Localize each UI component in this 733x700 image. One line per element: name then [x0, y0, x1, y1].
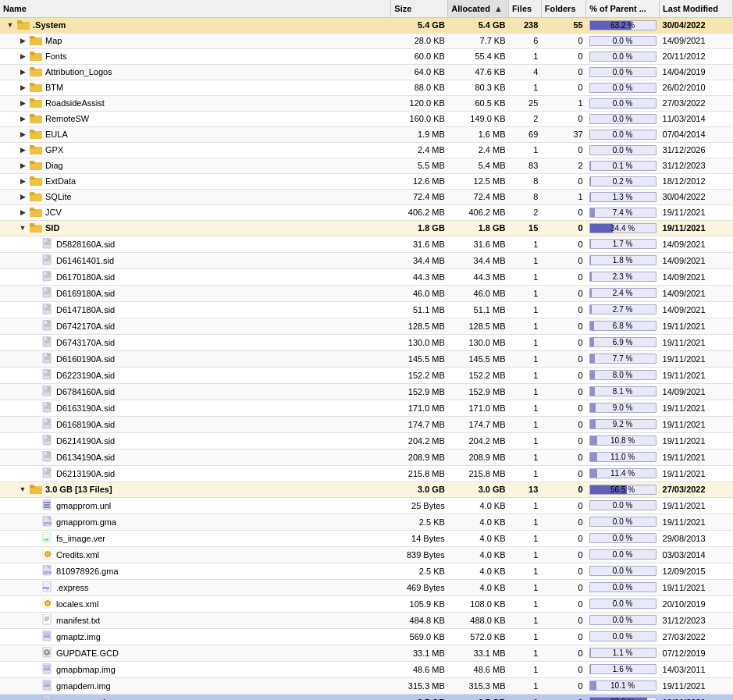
- table-row[interactable]: ▼ SID 1.8 GB 1.8 GB 15 0 34.4 % 19/11/20…: [0, 220, 733, 236]
- table-row[interactable]: ▶ RoadsideAssist 120.0 KB 60.5 KB 25 1 0…: [0, 95, 733, 111]
- cell-files: 83: [509, 158, 542, 173]
- file-icon: [42, 238, 53, 251]
- table-row[interactable]: ▼ 3.0 GB [13 Files] 3.0 GB 3.0 GB 13 0 5…: [0, 481, 733, 497]
- table-row[interactable]: D6213190A.sid 215.8 MB 215.8 MB 1 0 11.4…: [0, 465, 733, 481]
- pct-label: 0.2 %: [590, 177, 656, 186]
- table-row[interactable]: gmapbmap.img 48.6 MB 48.6 MB 1 0 1.6 % 1…: [0, 661, 733, 677]
- table-row[interactable]: D6743170A.sid 130.0 MB 130.0 MB 1 0 6.9 …: [0, 334, 733, 350]
- file-icon: [42, 614, 53, 627]
- table-row[interactable]: ▶ Diag 5.5 MB 5.4 MB 83 2 0.1 % 31/12/20…: [0, 158, 733, 173]
- cell-modified: 12/09/2015: [660, 563, 733, 579]
- cell-pct: 0.0 %: [586, 513, 660, 530]
- expand-btn[interactable]: ▶: [17, 82, 28, 93]
- col-header-folders[interactable]: Folders: [541, 0, 585, 17]
- table-row[interactable]: gma gmapprom.gma 2.5 KB 4.0 KB 1 0 0.0 %…: [0, 513, 733, 530]
- table-row[interactable]: D6163190A.sid 171.0 MB 171.0 MB 1 0 9.0 …: [0, 400, 733, 416]
- table-row[interactable]: gma 810978926.gma 2.5 KB 4.0 KB 1 0 0.0 …: [0, 563, 733, 579]
- col-header-allocated[interactable]: Allocated ▲: [448, 0, 509, 17]
- cell-folders: 0: [541, 33, 585, 48]
- table-row[interactable]: ver fs_image.ver 14 Bytes 4.0 KB 1 0 0.0…: [0, 530, 733, 546]
- table-row[interactable]: exp .express 469 Bytes 4.0 KB 1 0 0.0 % …: [0, 579, 733, 595]
- file-icon: [30, 98, 42, 109]
- file-icon: [42, 549, 53, 561]
- pct-label: 1.3 %: [590, 193, 656, 201]
- table-row[interactable]: ▶ BTM 88.0 KB 80.3 KB 1 0 0.0 % 26/02/20…: [0, 80, 733, 95]
- cell-allocated: 204.2 MB: [448, 432, 509, 449]
- expand-btn[interactable]: ▶: [17, 160, 28, 171]
- table-row[interactable]: ▶ RemoteSW 160.0 KB 149.0 KB 2 0 0.0 % 1…: [0, 111, 733, 126]
- table-row[interactable]: manifest.txt 484.8 KB 488.0 KB 1 0 0.0 %…: [0, 612, 733, 628]
- table-row[interactable]: gmapprom.img 2.7 GB 2.7 GB 1 0 87.2 % 19…: [0, 694, 733, 700]
- cell-allocated: 174.7 MB: [448, 416, 509, 432]
- table-row[interactable]: ▶ EULA 1.9 MB 1.6 MB 69 37 0.0 % 07/04/2…: [0, 126, 733, 142]
- expand-btn[interactable]: ▼: [17, 222, 28, 233]
- pct-bar-container: 7.4 %: [589, 208, 656, 218]
- expand-btn[interactable]: ▶: [17, 98, 28, 108]
- table-row[interactable]: ▶ JCV 406.2 MB 406.2 MB 2 0 7.4 % 19/11/…: [0, 204, 733, 220]
- table-row[interactable]: ▶ Fonts 60.0 KB 55.4 KB 1 0 0.0 % 20/11/…: [0, 48, 733, 64]
- table-row[interactable]: D6168190A.sid 174.7 MB 174.7 MB 1 0 9.2 …: [0, 416, 733, 432]
- cell-folders: 0: [541, 236, 585, 252]
- table-row[interactable]: ▶ SQLite 72.4 MB 72.4 MB 8 1 1.3 % 30/04…: [0, 189, 733, 204]
- cell-folders: 0: [541, 530, 585, 546]
- expand-btn[interactable]: ▶: [17, 51, 28, 62]
- cell-pct: 11.0 %: [586, 449, 660, 465]
- table-row[interactable]: ▶ GPX 2.4 MB 2.4 MB 1 0 0.0 % 31/12/2026: [0, 142, 733, 158]
- expand-btn[interactable]: ▶: [17, 113, 28, 124]
- expand-btn[interactable]: ▶: [17, 191, 28, 202]
- col-header-modified[interactable]: Last Modified: [660, 0, 733, 17]
- expand-btn[interactable]: ▶: [17, 35, 28, 46]
- table-row[interactable]: D5828160A.sid 31.6 MB 31.6 MB 1 0 1.7 % …: [0, 236, 733, 252]
- cell-name: ▶ Attribution_Logos: [0, 64, 391, 80]
- expand-btn[interactable]: ▼: [17, 484, 28, 495]
- col-header-pct[interactable]: % of Parent ...: [586, 0, 660, 17]
- table-row[interactable]: gmapprom.unl 25 Bytes 4.0 KB 1 0 0.0 % 1…: [0, 497, 733, 513]
- cell-allocated: 2.4 MB: [448, 142, 509, 158]
- svg-rect-35: [30, 192, 34, 194]
- pct-bar-container: 8.0 %: [589, 370, 656, 380]
- expand-btn[interactable]: ▶: [17, 144, 28, 155]
- table-row[interactable]: D6160190A.sid 145.5 MB 145.5 MB 1 0 7.7 …: [0, 350, 733, 367]
- table-row[interactable]: D6147180A.sid 51.1 MB 51.1 MB 1 0 2.7 % …: [0, 301, 733, 318]
- file-icon: [30, 207, 42, 219]
- cell-files: 8: [509, 173, 542, 189]
- table-row[interactable]: D6784160A.sid 152.9 MB 152.9 MB 1 0 8.1 …: [0, 383, 733, 400]
- col-header-name[interactable]: Name: [0, 0, 391, 17]
- table-row[interactable]: GC GUPDATE.GCD 33.1 MB 33.1 MB 1 0 1.1 %…: [0, 645, 733, 661]
- cell-allocated: 1.6 MB: [448, 126, 509, 142]
- table-row[interactable]: locales.xml 105.9 KB 108.0 KB 1 0 0.0 % …: [0, 595, 733, 612]
- pct-bar-container: 1.7 %: [589, 239, 656, 249]
- cell-size: 60.0 KB: [391, 48, 448, 64]
- table-row[interactable]: D6134190A.sid 208.9 MB 208.9 MB 1 0 11.0…: [0, 449, 733, 465]
- table-row[interactable]: ▼ .System 5.4 GB 5.4 GB 238 55 63.2 % 30…: [0, 17, 733, 33]
- table-row[interactable]: D6742170A.sid 128.5 MB 128.5 MB 1 0 6.8 …: [0, 318, 733, 334]
- table-row[interactable]: D6170180A.sid 44.3 MB 44.3 MB 1 0 2.3 % …: [0, 268, 733, 285]
- table-row[interactable]: gmapdem.img 315.3 MB 315.3 MB 1 0 10.1 %…: [0, 677, 733, 694]
- table-row[interactable]: ▶ ExtData 12.6 MB 12.5 MB 8 0 0.2 % 18/1…: [0, 173, 733, 189]
- cell-name: gma 810978926.gma: [0, 563, 391, 579]
- col-header-size[interactable]: Size: [391, 0, 448, 17]
- cell-size: 105.9 KB: [391, 595, 448, 612]
- expand-btn[interactable]: ▶: [17, 207, 28, 218]
- table-row[interactable]: ▶ Attribution_Logos 64.0 KB 47.6 KB 4 0 …: [0, 64, 733, 80]
- table-row[interactable]: ▶ Map 28.0 KB 7.7 KB 6 0 0.0 % 14/09/202…: [0, 33, 733, 48]
- cell-name: D6784160A.sid: [0, 383, 391, 400]
- table-row[interactable]: D61461401.sid 34.4 MB 34.4 MB 1 0 1.8 % …: [0, 252, 733, 268]
- cell-modified: 19/11/2021: [660, 350, 733, 367]
- expand-btn[interactable]: ▶: [17, 129, 28, 140]
- table-row[interactable]: D6223190A.sid 152.2 MB 152.2 MB 1 0 8.0 …: [0, 367, 733, 383]
- table-row[interactable]: Credits.xml 839 Bytes 4.0 KB 1 0 0.0 % 0…: [0, 546, 733, 563]
- table-row[interactable]: D6214190A.sid 204.2 MB 204.2 MB 1 0 10.8…: [0, 432, 733, 449]
- expand-btn[interactable]: ▼: [5, 20, 16, 30]
- expand-btn[interactable]: ▶: [17, 176, 28, 187]
- file-name: D5828160A.sid: [56, 240, 115, 249]
- col-header-files[interactable]: Files: [509, 0, 542, 17]
- pct-bar-container: 63.2 %: [589, 20, 656, 30]
- file-icon: [30, 484, 42, 496]
- cell-allocated: 51.1 MB: [448, 301, 509, 318]
- table-row[interactable]: D6169180A.sid 46.0 MB 46.0 MB 1 0 2.4 % …: [0, 285, 733, 301]
- cell-size: 44.3 MB: [391, 268, 448, 285]
- table-row[interactable]: gmaptz.img 569.0 KB 572.0 KB 1 0 0.0 % 2…: [0, 628, 733, 645]
- expand-btn[interactable]: ▶: [17, 66, 28, 77]
- cell-folders: 0: [541, 301, 585, 318]
